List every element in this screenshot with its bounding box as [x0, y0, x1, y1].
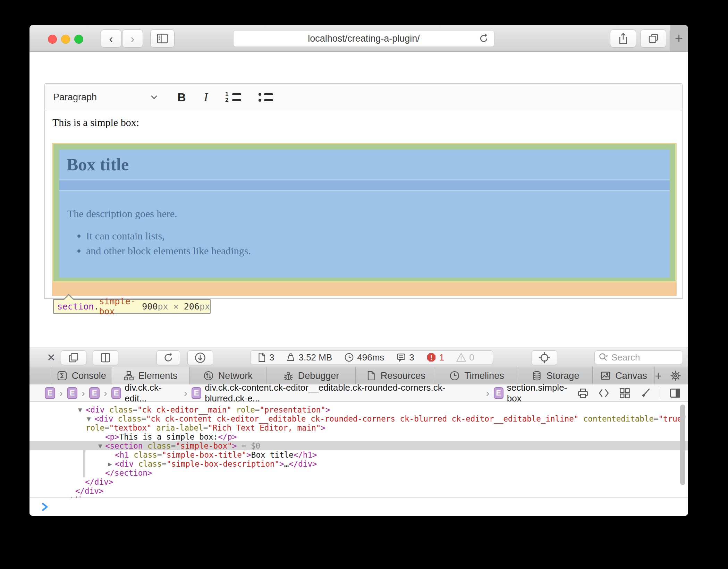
intro-paragraph[interactable]: This is a simple box: — [52, 117, 139, 128]
print-icon[interactable] — [577, 387, 589, 399]
box-title-block: Box title — [59, 150, 670, 179]
stat-clock[interactable]: 496ms — [344, 352, 384, 363]
error-icon: ! — [426, 352, 437, 363]
stat-bubble[interactable]: 3 — [396, 352, 414, 363]
traffic-light-close[interactable] — [48, 35, 57, 44]
code-brackets-icon[interactable] — [598, 387, 610, 399]
sidebar-button[interactable] — [150, 29, 175, 48]
dom-node[interactable]: role="textbox" aria-label="Rich Text Edi… — [29, 423, 688, 432]
close-inspector-icon[interactable]: ✕ — [47, 351, 56, 364]
bulleted-list-button[interactable] — [259, 93, 273, 102]
italic-button[interactable]: I — [204, 91, 208, 104]
dom-node[interactable]: </div> — [29, 477, 688, 486]
chevron-down-icon[interactable] — [150, 95, 158, 100]
share-icon — [617, 32, 629, 45]
back-button[interactable]: ‹ — [101, 29, 121, 48]
dom-node[interactable]: ▼<div class="ck ck-editor__main" role="p… — [29, 405, 688, 414]
tab-network[interactable]: Network — [189, 367, 266, 384]
download-button[interactable] — [187, 350, 213, 365]
ckeditor: Paragraph B I 1 2 This is a simple box: — [44, 83, 683, 299]
stat-warning[interactable]: 0 — [456, 352, 474, 363]
dom-tree-panel[interactable]: ▼<div class="ck ck-editor__main" role="p… — [29, 402, 688, 498]
tab-debugger[interactable]: Debugger — [266, 367, 356, 384]
timelines-icon — [449, 370, 460, 381]
disclosure-open-icon[interactable]: ▼ — [78, 406, 82, 415]
grid-icon[interactable] — [618, 387, 631, 399]
dom-node[interactable]: <p>This is a simple box:</p> — [29, 432, 688, 441]
box-title[interactable]: Box title — [67, 154, 129, 175]
padding-highlight: Box title The description goes here. It … — [53, 144, 675, 281]
console-icon — [57, 370, 68, 381]
disclosure-closed-icon[interactable]: ▶ — [108, 460, 112, 469]
share-button[interactable] — [610, 29, 636, 48]
list-item[interactable]: It can contain lists, — [86, 230, 251, 242]
traffic-light-zoom[interactable] — [74, 35, 83, 44]
canvas-icon — [600, 370, 611, 381]
debugger-icon — [283, 370, 294, 381]
separator — [660, 387, 660, 399]
breadcrumb-item[interactable]: Ediv.ck.ck-edit... — [111, 382, 180, 404]
details-sidebar-toggle-icon[interactable] — [669, 387, 681, 399]
tab-canvas[interactable]: Canvas — [593, 367, 655, 384]
stat-document[interactable]: 3 — [257, 352, 274, 363]
search-input[interactable]: Search — [594, 350, 683, 364]
dom-node[interactable]: </div> — [29, 486, 688, 495]
tab-timelines[interactable]: Timelines — [435, 367, 518, 384]
breadcrumb-item[interactable]: E — [89, 387, 100, 399]
content-highlight: Box title The description goes here. It … — [59, 150, 670, 278]
breadcrumb-actions — [577, 387, 688, 399]
document-icon — [257, 352, 266, 363]
weight-icon — [286, 352, 296, 363]
console-prompt[interactable] — [29, 498, 688, 516]
search-placeholder: Search — [611, 352, 640, 363]
list-item[interactable]: and other block elements like headings. — [86, 245, 251, 257]
reload-page-button[interactable] — [156, 350, 180, 365]
tab-storage[interactable]: Storage — [518, 367, 592, 384]
forward-button[interactable]: › — [122, 29, 143, 48]
url-bar[interactable]: localhost/creating-a-plugin/ — [233, 30, 494, 47]
add-tab-icon[interactable]: + — [655, 369, 662, 383]
reload-icon[interactable] — [478, 33, 489, 44]
paintbrush-icon[interactable] — [639, 387, 652, 399]
tab-console[interactable]: Console — [51, 367, 111, 384]
plus-icon: + — [675, 31, 683, 46]
gear-icon[interactable] — [669, 370, 682, 382]
box-list: It can contain lists, and other block el… — [76, 230, 251, 260]
bold-button[interactable]: B — [177, 91, 186, 104]
traffic-light-minimize[interactable] — [61, 35, 70, 44]
breadcrumb-item[interactable]: Ediv.ck.ck-content.ck-editor__editable.c… — [192, 382, 482, 404]
scrollbar[interactable] — [680, 405, 685, 485]
editor-content[interactable]: This is a simple box: Box title The desc… — [44, 111, 683, 299]
tab-resources[interactable]: Resources — [356, 367, 435, 384]
inspected-simple-box-highlight[interactable]: Box title The description goes here. It … — [52, 143, 677, 282]
dom-node[interactable]: ▼<div class="ck ck-content ck-editor__ed… — [29, 414, 688, 423]
tab-elements[interactable]: Elements — [111, 367, 189, 384]
safari-window: ‹ › localhost/creating-a-plugin/ + — [29, 25, 688, 516]
dom-node[interactable]: </section> — [29, 468, 688, 477]
breadcrumb-item[interactable]: E — [45, 387, 55, 399]
dom-node[interactable]: <h1 class="simple-box-title">Box title</… — [29, 450, 688, 459]
screenshot-root: { "browser": { "url": "localhost/creatin… — [0, 0, 728, 569]
paragraph-dropdown[interactable]: Paragraph — [53, 92, 97, 103]
split-view-button[interactable] — [93, 350, 118, 365]
breadcrumb-item[interactable]: Esection.simple-box — [494, 382, 577, 404]
new-tab-button[interactable]: + — [670, 25, 688, 51]
sidebar-icon — [156, 33, 169, 44]
network-icon — [203, 370, 214, 381]
box-description[interactable]: The description goes here. — [67, 208, 177, 220]
tab-overview-button[interactable] — [640, 29, 666, 48]
disclosure-open-icon[interactable]: ▼ — [87, 415, 91, 424]
stat-weight[interactable]: 3.52 MB — [286, 352, 332, 363]
disclosure-open-icon[interactable]: ▼ — [98, 442, 102, 451]
chevron-right-icon: › — [59, 387, 63, 399]
numbered-list-button[interactable]: 1 2 — [225, 93, 241, 102]
editor-toolbar: Paragraph B I 1 2 — [44, 83, 683, 111]
dom-node-selected[interactable]: ▼<section class="simple-box"> = $0 — [29, 441, 688, 450]
dom-node[interactable]: ▶<div class="simple-box-description">…</… — [29, 459, 688, 468]
element-badge: E — [111, 387, 121, 399]
stat-error[interactable]: !1 — [426, 352, 444, 363]
devtools-stats: 33.52 MB496ms3!10 — [250, 350, 493, 364]
element-picker-button[interactable] — [532, 350, 557, 365]
breadcrumb-item[interactable]: E — [67, 387, 77, 399]
dock-side-button[interactable] — [61, 350, 86, 365]
